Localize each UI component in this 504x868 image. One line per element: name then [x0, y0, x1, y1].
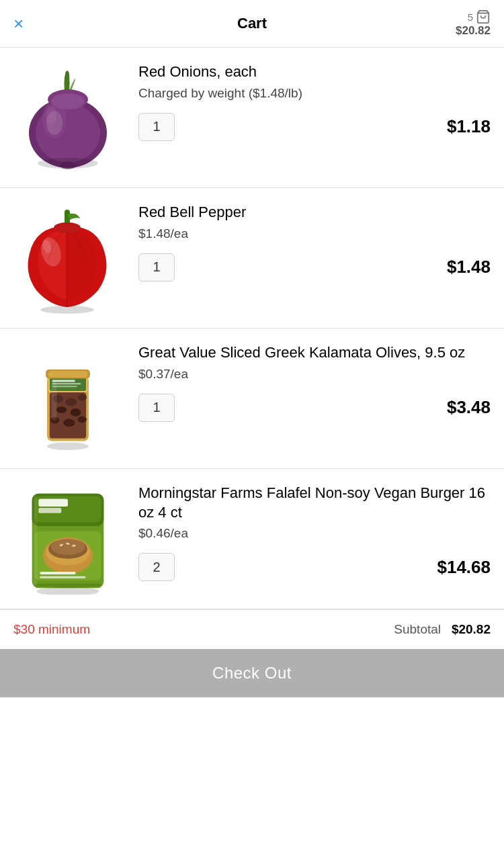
cart-summary[interactable]: 5 $20.82 [456, 9, 491, 38]
subtotal-amount: $20.82 [452, 622, 491, 636]
svg-rect-51 [35, 584, 101, 587]
cart-footer: $30 minimum Subtotal $20.82 [0, 609, 504, 649]
page-title: Cart [237, 15, 267, 32]
red-bell-pepper-image [16, 206, 120, 314]
svg-rect-49 [40, 572, 75, 574]
item-qty-row: 1 $1.18 [138, 113, 491, 141]
svg-point-9 [38, 158, 98, 169]
item-qty-row: 2 $14.68 [138, 553, 491, 581]
cart-count: 5 [468, 11, 473, 23]
svg-point-13 [54, 222, 81, 233]
item-price-per: Charged by weight ($1.48/lb) [138, 86, 491, 101]
cart-item-falafel-burger: Morningstar Farms Falafel Non-soy Vegan … [0, 469, 504, 609]
item-details: Red Bell Pepper $1.48/ea 1 $1.48 [138, 203, 491, 281]
svg-rect-34 [52, 381, 57, 420]
kalamata-olives-image [34, 350, 101, 451]
minimum-warning: $30 minimum [13, 622, 90, 637]
quantity-display[interactable]: 1 [138, 113, 175, 141]
svg-point-45 [51, 539, 85, 555]
item-total: $1.48 [447, 257, 491, 277]
item-name: Red Bell Pepper [138, 203, 491, 222]
cart-item-red-bell-pepper: Red Bell Pepper $1.48/ea 1 $1.48 [0, 188, 504, 329]
item-qty-row: 1 $3.48 [138, 394, 491, 422]
item-details: Great Value Sliced Greek Kalamata Olives… [138, 343, 491, 422]
checkout-button[interactable]: Check Out [0, 649, 504, 697]
svg-point-25 [63, 419, 75, 427]
item-total: $3.48 [447, 397, 491, 418]
svg-rect-39 [38, 498, 68, 507]
item-image-container [11, 203, 125, 317]
item-total: $14.68 [437, 557, 491, 578]
cart-total: $20.82 [456, 24, 491, 38]
item-price-per: $0.46/ea [138, 526, 491, 541]
svg-point-8 [46, 111, 62, 135]
item-qty-row: 1 $1.48 [138, 253, 491, 281]
item-price-per: $0.37/ea [138, 367, 491, 382]
svg-rect-33 [48, 371, 87, 378]
svg-rect-29 [52, 380, 75, 382]
quantity-display[interactable]: 1 [138, 253, 175, 281]
cart-icon [476, 9, 491, 24]
item-name: Red Onions, each [138, 62, 491, 82]
quantity-display[interactable]: 2 [138, 553, 175, 581]
header: × Cart 5 $20.82 [0, 0, 504, 48]
item-name: Great Value Sliced Greek Kalamata Olives… [138, 343, 491, 363]
quantity-display[interactable]: 1 [138, 394, 175, 422]
item-total: $1.18 [447, 116, 491, 137]
red-onion-image [17, 69, 118, 170]
cart-item-red-onions: Red Onions, each Charged by weight ($1.4… [0, 48, 504, 188]
svg-point-23 [71, 408, 81, 417]
item-price-per: $1.48/ea [138, 226, 491, 241]
item-image-container [11, 62, 125, 177]
svg-rect-40 [38, 508, 61, 513]
item-image-container [11, 484, 125, 598]
item-details: Morningstar Farms Falafel Non-soy Vegan … [138, 484, 491, 581]
item-name: Morningstar Farms Falafel Non-soy Vegan … [138, 484, 491, 522]
svg-rect-52 [34, 495, 38, 587]
item-image-container [11, 343, 125, 458]
svg-rect-50 [40, 576, 85, 578]
item-details: Red Onions, each Charged by weight ($1.4… [138, 62, 491, 141]
cart-item-kalamata-olives: Great Value Sliced Greek Kalamata Olives… [0, 329, 504, 469]
falafel-burger-image [24, 487, 112, 595]
close-button[interactable]: × [13, 13, 40, 34]
svg-point-35 [47, 442, 89, 450]
svg-point-22 [56, 406, 67, 413]
subtotal-label: Subtotal [394, 622, 441, 636]
svg-point-26 [78, 417, 87, 423]
subtotal-section: Subtotal $20.82 [394, 622, 491, 637]
svg-point-20 [65, 398, 77, 406]
svg-point-21 [78, 394, 87, 401]
svg-point-14 [40, 306, 94, 314]
svg-point-7 [51, 93, 85, 110]
